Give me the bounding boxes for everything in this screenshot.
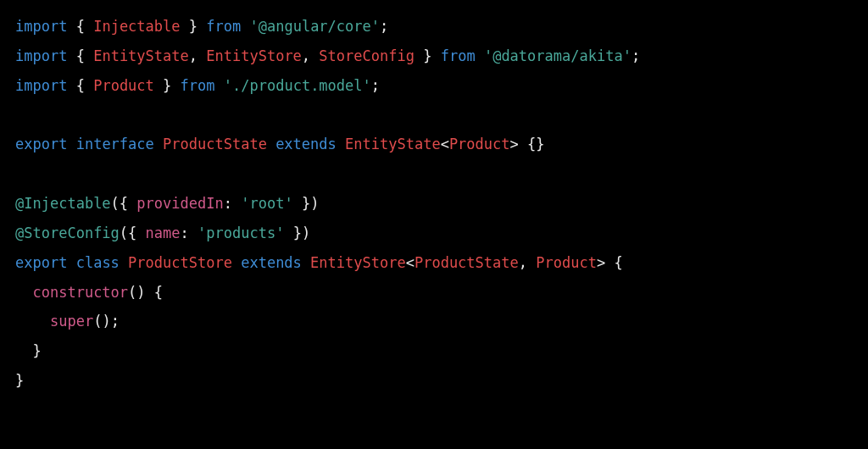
paren-open: (: [93, 313, 102, 330]
angle-open: <: [406, 254, 415, 271]
super-call: super: [50, 313, 93, 330]
paren-close: ): [310, 195, 319, 212]
brace-close: }: [293, 224, 302, 241]
brace-close: }: [423, 47, 431, 64]
colon: :: [224, 195, 232, 212]
keyword-class: class: [76, 254, 120, 271]
decorator-at: @: [15, 224, 24, 241]
brace-close: }: [15, 372, 24, 389]
paren-close: ): [136, 284, 145, 301]
code-block: import { Injectable } from '@angular/cor…: [15, 12, 853, 396]
brace-open: {: [527, 136, 536, 152]
angle-close: >: [597, 254, 605, 271]
semicolon: ;: [632, 47, 640, 64]
identifier-productstate: ProductState: [163, 136, 267, 152]
keyword-from: from: [206, 18, 241, 35]
prop-name: name: [146, 224, 181, 241]
paren-open: (: [120, 224, 128, 241]
semicolon: ;: [380, 18, 388, 35]
string-product-model: './product.model': [224, 77, 371, 94]
brace-close: }: [302, 195, 310, 212]
keyword-from: from: [441, 47, 476, 64]
keyword-import: import: [15, 18, 67, 35]
semicolon: ;: [371, 77, 380, 94]
semicolon: ;: [111, 313, 120, 330]
identifier-product: Product: [449, 136, 510, 152]
brace-open: {: [76, 18, 85, 35]
brace-open: {: [128, 224, 136, 241]
paren-open: (: [128, 284, 136, 301]
identifier-storeconfig: StoreConfig: [319, 47, 415, 64]
angle-close: >: [510, 136, 519, 152]
paren-close: ): [302, 224, 310, 241]
identifier-injectable: Injectable: [93, 18, 180, 35]
keyword-from: from: [181, 77, 215, 94]
keyword-export: export: [15, 136, 67, 152]
brace-close: }: [189, 18, 198, 35]
identifier-entitystore: EntityStore: [206, 47, 302, 64]
keyword-interface: interface: [76, 136, 154, 152]
decorator-injectable: Injectable: [24, 195, 110, 212]
identifier-product: Product: [536, 254, 597, 271]
colon: :: [181, 224, 189, 241]
string-angular-core: '@angular/core': [249, 18, 380, 35]
keyword-extends: extends: [241, 254, 302, 271]
string-root: 'root': [241, 195, 292, 212]
identifier-entitystore: EntityStore: [310, 254, 406, 271]
comma: ,: [302, 47, 310, 64]
identifier-entitystate: EntityState: [345, 136, 441, 152]
prop-providedin: providedIn: [136, 195, 223, 212]
brace-close: }: [163, 77, 171, 94]
brace-open: {: [76, 77, 85, 94]
keyword-export: export: [15, 254, 67, 271]
angle-open: <: [441, 136, 449, 152]
comma: ,: [189, 47, 198, 64]
constructor: constructor: [32, 284, 128, 301]
decorator-at: @: [15, 195, 24, 212]
brace-close: }: [536, 136, 544, 152]
paren-close: ): [102, 313, 110, 330]
brace-open: {: [76, 47, 85, 64]
paren-open: (: [111, 195, 120, 212]
keyword-import: import: [15, 47, 67, 64]
comma: ,: [519, 254, 527, 271]
identifier-product: Product: [93, 77, 154, 94]
keyword-import: import: [15, 77, 67, 94]
string-products: 'products': [198, 224, 284, 241]
brace-open: {: [120, 195, 128, 212]
brace-close: }: [32, 342, 41, 359]
string-datorama-akita: '@datorama/akita': [484, 47, 632, 64]
identifier-productstore: ProductStore: [128, 254, 232, 271]
identifier-entitystate: EntityState: [93, 47, 189, 64]
brace-open: {: [614, 254, 622, 271]
brace-open: {: [154, 284, 163, 301]
identifier-productstate: ProductState: [415, 254, 519, 271]
decorator-storeconfig: StoreConfig: [24, 224, 120, 241]
keyword-extends: extends: [275, 136, 337, 152]
